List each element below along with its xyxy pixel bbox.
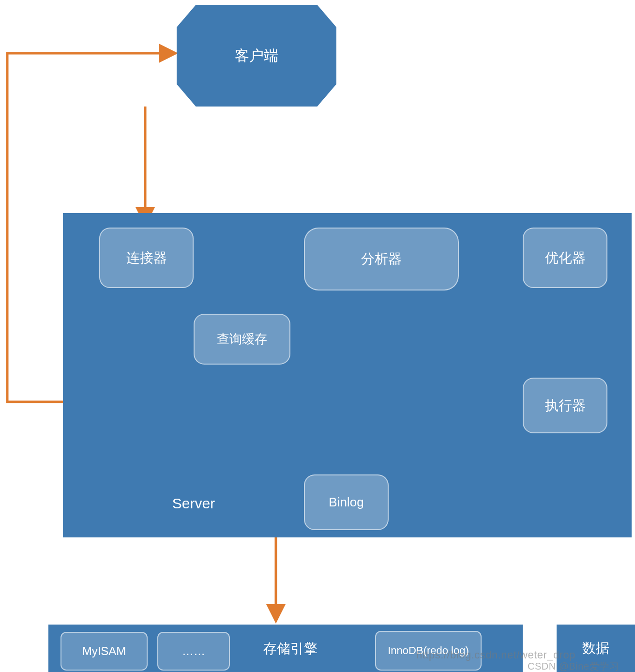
node-executor: 执行器 xyxy=(523,378,607,433)
analyzer-label: 分析器 xyxy=(361,250,402,268)
storage-label: 存储引擎 xyxy=(242,629,339,668)
node-myisam: MyISAM xyxy=(60,632,148,671)
executor-label: 执行器 xyxy=(545,397,586,415)
query-cache-label: 查询缓存 xyxy=(217,331,267,348)
data-label: 数据 xyxy=(582,639,609,657)
node-connector: 连接器 xyxy=(99,228,194,288)
node-client: 客户端 xyxy=(177,5,336,107)
dots-label: …… xyxy=(182,644,205,658)
optimizer-label: 优化器 xyxy=(545,249,586,267)
binlog-label: Binlog xyxy=(329,495,363,510)
watermark-credit: CSDN @Bine爱学习 xyxy=(528,660,619,672)
node-query-cache: 查询缓存 xyxy=(194,314,290,365)
client-label: 客户端 xyxy=(235,46,278,66)
node-binlog: Binlog xyxy=(304,474,389,530)
node-dots: …… xyxy=(157,632,230,671)
node-optimizer: 优化器 xyxy=(523,228,607,288)
node-analyzer: 分析器 xyxy=(304,228,459,290)
myisam-label: MyISAM xyxy=(82,644,126,658)
connector-label: 连接器 xyxy=(126,249,167,267)
server-label: Server xyxy=(145,489,242,518)
